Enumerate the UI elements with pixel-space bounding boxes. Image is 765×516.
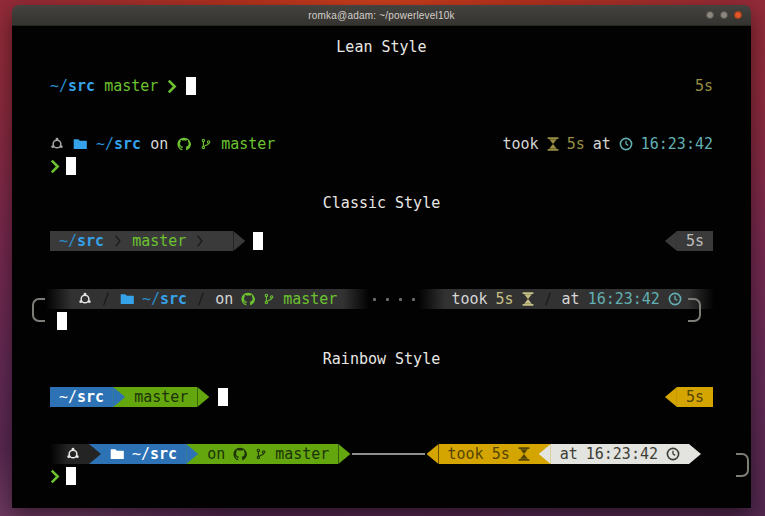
frame-dotted-connector	[369, 298, 419, 301]
slash-separator-icon	[195, 292, 207, 306]
minimize-button[interactable]	[706, 11, 714, 19]
rainbow-duration2: 5s	[492, 444, 510, 464]
slash-separator-icon	[542, 292, 554, 306]
rainbow-duration: 5s	[686, 387, 704, 407]
lean-prompt-twoline-bottom	[12, 156, 751, 176]
took-label: took	[448, 444, 484, 464]
lean-duration: 5s	[695, 76, 713, 96]
classic-dir2: ~/src	[142, 289, 187, 309]
window-controls	[706, 5, 742, 25]
block-cursor	[186, 77, 196, 95]
classic-frame-right-segment: took 5s at 16:23:42	[419, 289, 714, 309]
hourglass-icon	[518, 447, 530, 461]
lean-duration2: 5s	[567, 134, 585, 154]
classic-duration2: 5s	[496, 289, 514, 309]
took-label: took	[503, 134, 539, 154]
powerline-arrow-icon	[186, 444, 198, 464]
lean-prompt-oneline: ~/src master 5s	[12, 76, 751, 96]
rainbow-prompt-twoline-bottom	[12, 466, 751, 486]
clock-icon	[668, 292, 682, 306]
octocat-icon	[233, 447, 247, 461]
clock-icon	[666, 447, 680, 461]
rainbow-branch-segment: master	[125, 387, 197, 407]
classic-style-heading: Classic Style	[12, 193, 751, 213]
on-label: on	[215, 289, 233, 309]
terminal-window: romka@adam: ~/powerlevel10k Lean Style ~…	[12, 5, 751, 508]
classic-left-segment: ~/src master	[50, 231, 233, 251]
powerline-arrow-icon	[197, 387, 209, 407]
powerline-arrow-icon	[539, 444, 551, 464]
at-label: at	[562, 289, 580, 309]
block-cursor	[66, 467, 76, 485]
folder-icon	[110, 447, 124, 461]
frame-line-connector	[352, 453, 424, 455]
block-cursor	[253, 232, 263, 250]
git-branch-icon	[255, 447, 267, 461]
classic-branch: master	[132, 231, 186, 251]
powerline-arrow-icon	[113, 387, 125, 407]
octocat-icon	[241, 292, 255, 306]
lean-dir2: ~/src	[96, 134, 141, 154]
on-label: on	[207, 444, 225, 464]
rainbow-vcs-segment: on master	[198, 444, 338, 464]
slash-separator-icon	[100, 292, 112, 306]
rainbow-dir2: ~/src	[132, 444, 177, 464]
lean-dir: ~/src	[50, 76, 95, 96]
lean-time: 16:23:42	[641, 134, 713, 154]
rainbow-duration-segment2: took 5s	[439, 444, 539, 464]
classic-duration-segment: 5s	[677, 231, 713, 251]
classic-branch2: master	[283, 289, 337, 309]
git-branch-icon	[263, 292, 275, 306]
classic-time: 16:23:42	[588, 289, 660, 309]
octocat-icon	[177, 137, 191, 151]
rainbow-prompt-oneline: ~/src master 5s	[12, 387, 751, 407]
thin-separator-icon	[112, 234, 124, 248]
rainbow-time: 16:23:42	[586, 444, 658, 464]
git-branch-icon	[200, 137, 212, 151]
thin-separator-icon	[194, 234, 206, 248]
powerline-arrow-icon	[89, 444, 101, 464]
lean-branch2: master	[221, 134, 275, 154]
rainbow-time-segment: at 16:23:42	[551, 444, 689, 464]
powerline-arrow-icon	[233, 231, 245, 251]
at-label: at	[593, 134, 611, 154]
ubuntu-logo-icon	[78, 292, 92, 306]
rainbow-dir: ~/src	[59, 387, 104, 407]
ubuntu-logo-icon	[50, 137, 64, 151]
took-label: took	[451, 289, 487, 309]
maximize-button[interactable]	[720, 11, 728, 19]
on-label: on	[150, 134, 168, 154]
lean-style-heading: Lean Style	[12, 37, 751, 57]
rainbow-prompt-twoline-top: ~/src on master took 5s	[12, 444, 751, 464]
clock-icon	[619, 137, 633, 151]
classic-duration: 5s	[686, 231, 704, 251]
chevron-right-icon	[50, 159, 60, 174]
classic-prompt-twoline-bottom	[12, 311, 751, 331]
desktop-wallpaper: romka@adam: ~/powerlevel10k Lean Style ~…	[0, 0, 765, 516]
hourglass-icon	[547, 137, 559, 151]
block-cursor	[57, 312, 67, 330]
rainbow-dir-segment: ~/src	[50, 387, 113, 407]
classic-prompt-twoline-top: ~/src on master took 5s at 16:23:42	[12, 289, 751, 309]
powerline-arrow-icon	[338, 444, 350, 464]
powerline-arrow-icon	[427, 444, 439, 464]
lean-branch: master	[104, 76, 158, 96]
terminal-screen[interactable]: Lean Style ~/src master 5s ~/src on	[12, 26, 751, 508]
close-button[interactable]	[734, 11, 742, 19]
powerline-arrow-icon	[665, 387, 677, 407]
rainbow-os-segment	[50, 444, 89, 464]
rainbow-duration-segment: 5s	[677, 387, 713, 407]
classic-frame-left-segment: ~/src on master	[46, 289, 369, 309]
classic-prompt-oneline: ~/src master 5s	[12, 231, 751, 251]
chevron-right-icon	[167, 79, 177, 94]
classic-dir: ~/src	[59, 231, 104, 251]
window-title: romka@adam: ~/powerlevel10k	[308, 10, 454, 21]
block-cursor	[66, 157, 76, 175]
window-titlebar[interactable]: romka@adam: ~/powerlevel10k	[12, 5, 751, 26]
folder-icon	[73, 137, 87, 151]
rainbow-style-heading: Rainbow Style	[12, 349, 751, 369]
at-label: at	[560, 444, 578, 464]
rainbow-dir-segment2: ~/src	[101, 444, 186, 464]
lean-prompt-twoline-top: ~/src on master took 5s at 16:23:42	[12, 134, 751, 154]
rainbow-branch: master	[134, 387, 188, 407]
